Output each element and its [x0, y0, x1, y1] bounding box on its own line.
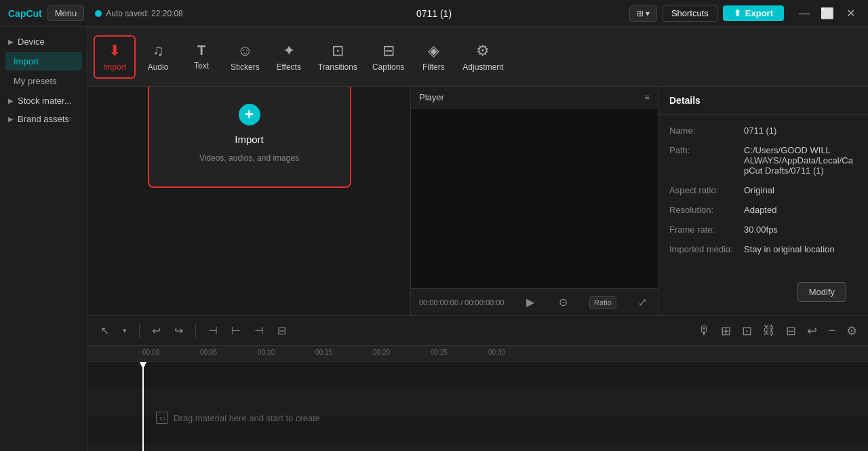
- mic-button[interactable]: 🎙: [695, 321, 713, 340]
- player-menu-icon[interactable]: ≡: [644, 92, 650, 102]
- split-button[interactable]: ⊣: [204, 321, 222, 340]
- magnet-button[interactable]: ⊞: [718, 321, 734, 341]
- window-controls: — ⬜ ✕: [795, 4, 860, 23]
- sidebar-stock-label: Stock mater...: [18, 96, 71, 106]
- clip-button[interactable]: ⊡: [739, 321, 755, 341]
- sidebar-item-my-presets[interactable]: My presets: [5, 72, 82, 90]
- ruler-mark-5: 00:25: [431, 349, 448, 356]
- fullscreen-button[interactable]: ⤢: [635, 293, 650, 311]
- ruler-mark-1: 00:05: [200, 349, 217, 356]
- ruler-mark-3: 00:15: [315, 349, 332, 356]
- settings-icon-tl[interactable]: ⚙: [844, 321, 860, 341]
- details-body: Name: 0711 (1) Path: C:/Users/GOOD WILL …: [658, 115, 868, 277]
- track-area: ▭ Drag material here and start to create: [88, 362, 868, 451]
- captions-icon: ⊟: [382, 42, 395, 60]
- tool-audio-label: Audio: [148, 62, 169, 72]
- cursor-dropdown[interactable]: ▾: [119, 323, 131, 338]
- audio-icon: ♫: [153, 42, 164, 60]
- timeline-ruler: 00:00 00:05 00:10 00:15 00:20 00:25 00:3…: [88, 346, 868, 362]
- main-area: ▶ Device Import My presets ▶ Stock mater…: [0, 27, 868, 451]
- playhead[interactable]: [142, 362, 144, 451]
- view-button[interactable]: ⊞ ▾: [629, 5, 657, 22]
- sidebar-device-label: Device: [18, 37, 45, 47]
- play-button[interactable]: ▶: [524, 293, 537, 311]
- player-time-current: 00:00:00:00: [419, 298, 458, 307]
- ruler-mark-0: 00:00: [142, 349, 159, 356]
- import-title: Import: [235, 134, 264, 145]
- menu-button[interactable]: Menu: [47, 5, 85, 21]
- tool-text-label: Text: [194, 61, 209, 71]
- tool-audio[interactable]: ♫ Audio: [137, 37, 179, 77]
- titlebar-right: ⊞ ▾ Shortcuts ⬆ Export — ⬜ ✕: [629, 4, 860, 23]
- tool-adjustment[interactable]: ⚙ Adjustment: [456, 37, 510, 77]
- timeline-body: 00:00 00:05 00:10 00:15 00:20 00:25 00:3…: [88, 346, 868, 451]
- detail-value-framerate: 30.00fps: [744, 224, 857, 235]
- tool-text[interactable]: T Text: [180, 37, 222, 76]
- autosave-indicator: Auto saved: 22:20:08: [95, 9, 182, 18]
- autosave-dot: [95, 10, 102, 17]
- trim-right-button[interactable]: ⊣: [250, 321, 268, 340]
- sidebar: ▶ Device Import My presets ▶ Stock mater…: [0, 27, 87, 451]
- redo-button[interactable]: ↪: [170, 321, 187, 340]
- shortcuts-button[interactable]: Shortcuts: [663, 5, 717, 22]
- tool-captions-label: Captions: [372, 62, 404, 72]
- player-header: Player ≡: [411, 87, 658, 109]
- import-drop-zone[interactable]: + Import Videos, audios, and images: [148, 87, 351, 188]
- tool-transitions[interactable]: ⊡ Transitions: [311, 37, 364, 77]
- project-title: 0711 (1): [416, 8, 452, 19]
- titlebar: CapCut Menu Auto saved: 22:20:08 0711 (1…: [0, 0, 868, 27]
- details-header: Details: [658, 87, 868, 115]
- minimize-button[interactable]: —: [795, 4, 814, 23]
- maximize-button[interactable]: ⬜: [818, 4, 837, 23]
- detail-label-aspect: Aspect ratio:: [669, 185, 744, 195]
- sidebar-device-header[interactable]: ▶ Device: [0, 33, 87, 51]
- caption-auto-button[interactable]: ⊟: [783, 321, 799, 341]
- modify-button[interactable]: Modify: [797, 282, 846, 302]
- tool-captions[interactable]: ⊟ Captions: [366, 37, 411, 77]
- timeline-toolbar-right: 🎙 ⊞ ⊡ ⛓ ⊟ ↩ − ⚙: [695, 321, 860, 341]
- ruler-mark-6: 00:30: [488, 349, 505, 356]
- tool-import[interactable]: ⬇ Import: [94, 35, 136, 79]
- screenshot-button[interactable]: ⊙: [556, 293, 570, 311]
- minus-button[interactable]: −: [825, 321, 838, 340]
- detail-row-name: Name: 0711 (1): [669, 125, 857, 136]
- app-logo: CapCut: [8, 8, 42, 19]
- sidebar-brand-header[interactable]: ▶ Brand assets: [0, 110, 87, 128]
- tool-effects[interactable]: ✦ Effects: [268, 37, 310, 77]
- player-title: Player: [419, 92, 444, 102]
- transitions-icon: ⊡: [332, 42, 344, 60]
- sidebar-item-import[interactable]: Import: [5, 52, 82, 71]
- detail-row-framerate: Frame rate: 30.00fps: [669, 224, 857, 235]
- trim-left-button[interactable]: ⊢: [227, 321, 245, 340]
- tool-effects-label: Effects: [276, 62, 300, 72]
- detail-label-framerate: Frame rate:: [669, 224, 744, 235]
- chevron-icon-stock: ▶: [8, 97, 14, 104]
- tool-filters[interactable]: ◈ Filters: [412, 37, 454, 77]
- player-time-total: 00:00:00:00: [465, 298, 504, 307]
- link-button[interactable]: ⛓: [760, 321, 778, 340]
- player-viewport: [411, 109, 658, 288]
- toolbar: ⬇ Import ♫ Audio T Text ☺ Stickers ✦ Eff…: [88, 27, 868, 87]
- import-subtitle: Videos, audios, and images: [199, 153, 299, 163]
- tool-stickers[interactable]: ☺ Stickers: [224, 37, 267, 77]
- filters-icon: ◈: [428, 42, 439, 60]
- delete-button[interactable]: ⊟: [273, 321, 290, 340]
- close-button[interactable]: ✕: [841, 4, 860, 23]
- undo2-button[interactable]: ↩: [804, 321, 820, 341]
- cursor-tool[interactable]: ↖: [96, 321, 113, 340]
- tool-stickers-label: Stickers: [231, 62, 260, 72]
- drag-hint: ▭ Drag material here and start to create: [156, 412, 320, 424]
- player-controls: 00:00:00:00 / 00:00:00:00 ▶ ⊙ Ratio ⤢: [411, 288, 658, 315]
- media-area: + Import Videos, audios, and images: [88, 87, 410, 180]
- undo-button[interactable]: ↩: [148, 321, 165, 340]
- ruler-mark-2: 00:10: [258, 349, 275, 356]
- export-icon: ⬆: [734, 8, 741, 18]
- detail-row-aspect: Aspect ratio: Original: [669, 185, 857, 195]
- sidebar-stock-header[interactable]: ▶ Stock mater...: [0, 92, 87, 110]
- text-icon: T: [197, 43, 205, 58]
- detail-value-path: C:/Users/GOOD WILL ALWAYS/AppData/Local/…: [744, 145, 857, 176]
- ratio-button[interactable]: Ratio: [589, 296, 616, 309]
- sidebar-item-my-presets-label: My presets: [14, 76, 57, 86]
- tool-transitions-label: Transitions: [318, 62, 357, 72]
- export-button[interactable]: ⬆ Export: [723, 5, 784, 21]
